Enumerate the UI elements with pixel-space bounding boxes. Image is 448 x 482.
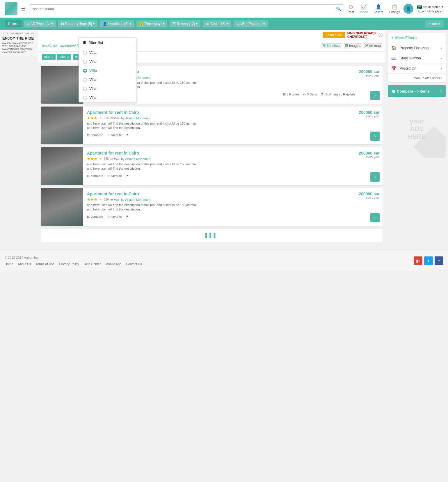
nav-post[interactable]: ⊕ Post: [348, 4, 354, 14]
index-icon: 📈: [361, 4, 367, 10]
sidebar-item-story-number[interactable]: 📖 Story Number ▾: [388, 53, 446, 63]
logo[interactable]: [5, 2, 17, 15]
footer-link-home[interactable]: Home: [5, 262, 13, 266]
more-filters-button[interactable]: + more: [425, 20, 443, 27]
nav-index[interactable]: 📈 Index: [360, 4, 368, 14]
footer-link-terms[interactable]: Terms of Use: [36, 262, 55, 266]
locations-filter[interactable]: 👤 Locations (6) ▾: [100, 20, 134, 27]
compare-button[interactable]: ⊞ compare: [87, 174, 103, 178]
list-icon: ☰: [323, 44, 326, 48]
dropdown-item-3[interactable]: Villa: [79, 75, 136, 84]
chevron-right-icon: ›: [441, 76, 442, 80]
compare-icon: ⊞: [87, 215, 90, 219]
footer-link-mobile[interactable]: Mobile App: [106, 262, 121, 266]
dropdown-item-5[interactable]: Villa: [79, 93, 136, 102]
favorite-button[interactable]: ☆ favorite: [107, 215, 122, 219]
ad-watermark: yourADS HERE: [402, 118, 431, 141]
go-button[interactable]: ›: [370, 132, 380, 141]
property-type-filter[interactable]: ⊞ Porperty Type (5) ▾: [58, 20, 97, 27]
tag-villa-2[interactable]: villa ×: [57, 54, 71, 60]
search-icon[interactable]: 🔍: [336, 6, 341, 11]
sidebar-item-property-finalizing[interactable]: 🏠 Property Finalizing ▾: [388, 43, 446, 53]
user-button[interactable]: 👤: [403, 4, 413, 14]
more-related-filters-label: more related filters: [413, 76, 440, 80]
dropdown-item-label: Villa: [89, 50, 96, 55]
rmoes-filter[interactable]: ☰ Rmoes (12) ▾: [170, 20, 201, 27]
favorite-button[interactable]: ☆ favorite: [107, 174, 122, 178]
list-view-button[interactable]: ☰ list show: [322, 43, 341, 48]
country-flag[interactable]: 🇸🇦 saudi arabia ▾: [417, 5, 443, 9]
twitter-button[interactable]: t: [424, 256, 433, 265]
price-period: every year: [359, 115, 380, 118]
sidebar-item-posted-on[interactable]: 📅 Posted On ▾: [388, 63, 446, 74]
tag-villa-1[interactable]: villa ×: [42, 54, 56, 60]
ad-type-filter[interactable]: ≡ AD Type : All ▾: [24, 20, 56, 27]
nav-listings-label: Listings: [389, 10, 400, 14]
radio-icon: [83, 60, 87, 64]
dropdown-item-label: Villa: [89, 77, 96, 82]
photo-only-filter[interactable]: ◎ With Photo only: [234, 20, 268, 27]
favorite-label: favorite: [111, 174, 122, 178]
footer-link-about[interactable]: About Us: [18, 262, 31, 266]
ad-info-icon[interactable]: i: [378, 33, 383, 37]
price-filter[interactable]: 💰 Price (any) ▾: [136, 20, 167, 27]
compare-button[interactable]: ⊞ compare: [87, 215, 103, 219]
images-view-button[interactable]: 🖼 images: [344, 43, 361, 48]
learn-more-button[interactable]: Learn More: [323, 32, 345, 38]
go-button[interactable]: ›: [370, 172, 380, 182]
search-input[interactable]: [32, 7, 334, 11]
location-detail: 📍 Sulimanya , Raiydah: [320, 93, 355, 96]
property-title: Apartment for rent in Cairo: [87, 110, 355, 115]
filter-bar: filters ≡ AD Type : All ▾ ⊞ Porperty Typ…: [0, 18, 448, 30]
more-related-filters-link[interactable]: more related filters ›: [388, 74, 446, 82]
price-period: every year: [359, 196, 380, 199]
dropdown-item-label: Villa: [89, 95, 96, 100]
compare-button[interactable]: ⊞ compare: [87, 133, 103, 137]
facebook-button[interactable]: f: [435, 256, 443, 265]
search-bar[interactable]: 🔍: [29, 4, 344, 13]
favorite-button[interactable]: ☆ favorite: [107, 133, 122, 137]
flag-icon: ⚑: [126, 133, 129, 137]
filter-list-icon: ≡: [27, 22, 29, 26]
dropdown-header: ⊞ filter list: [79, 38, 136, 48]
property-price: 200000 sar: [359, 110, 380, 115]
footer-social: g+ t f: [414, 256, 443, 265]
hamburger-icon[interactable]: ☰: [21, 6, 26, 12]
view-options: ☰ list show 🖼 images 🗺 on map: [322, 43, 381, 48]
property-price: 200000 sar: [359, 192, 380, 196]
beds-filter[interactable]: 🛏 Beds (+5) ▾: [203, 20, 231, 27]
flag-button[interactable]: ⚑: [126, 215, 129, 219]
header: ☰ 🔍 ⊕ Post 📈 Index 👤 Sellers 📋 Listings: [0, 0, 448, 18]
tag-close-icon[interactable]: ×: [51, 55, 53, 59]
nav-sellers-label: Sellers: [374, 10, 383, 14]
map-view-button[interactable]: 🗺 on map: [364, 43, 381, 48]
radio-icon: [83, 87, 87, 91]
dropdown-item-0[interactable]: Villa: [79, 48, 136, 57]
tag-close-icon[interactable]: ×: [67, 55, 69, 59]
footer-link-help[interactable]: Help Center: [84, 262, 101, 266]
flag-button[interactable]: ⚑: [126, 133, 129, 137]
dropdown-item-2[interactable]: Villa: [79, 66, 136, 75]
star-empty-icon: ★: [99, 116, 102, 120]
flag-button[interactable]: ⚑: [126, 174, 129, 178]
chevron-down-icon: ▾: [442, 5, 443, 9]
property-price: 200000 sar: [359, 151, 380, 155]
nav-listings[interactable]: 📋 Listings: [389, 4, 400, 14]
compare-label: compare: [91, 133, 103, 137]
footer-link-privacy[interactable]: Privacy Policy: [59, 262, 79, 266]
google-plus-button[interactable]: g+: [414, 256, 422, 265]
compare-items-button[interactable]: ⊞ Compare - 5 items ›: [388, 85, 446, 97]
property-image-2: [41, 107, 83, 144]
dropdown-item-1[interactable]: Villa: [79, 57, 136, 66]
nav-sellers[interactable]: 👤 Sellers: [374, 4, 383, 14]
go-button[interactable]: ›: [370, 213, 380, 222]
price-icon: 💰: [139, 22, 144, 26]
beds-detail: 🛏 3 Beds: [303, 93, 317, 96]
footer-link-contact[interactable]: Contact Us: [126, 262, 142, 266]
dropdown-item-4[interactable]: Villa: [79, 84, 136, 93]
story-icon: 📖: [391, 56, 396, 61]
go-button[interactable]: ›: [370, 91, 380, 100]
chevron-down-icon: ▾: [196, 22, 198, 25]
footer-copyright: © 2012-2014 Aobut, Inc.: [5, 256, 142, 259]
location-pin-icon: 📍: [320, 93, 324, 96]
